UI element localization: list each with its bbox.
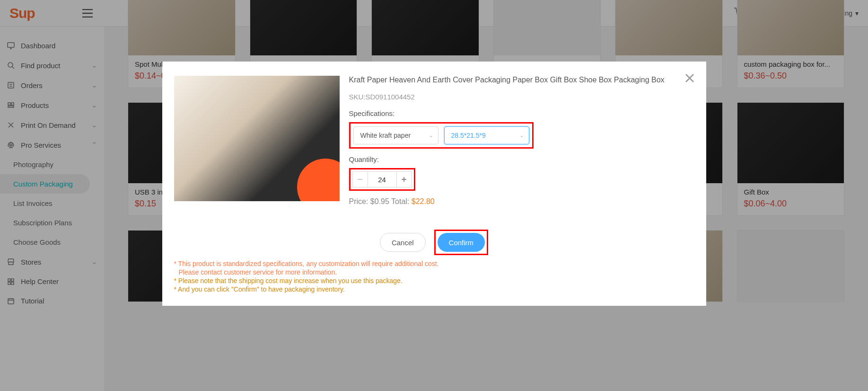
close-icon[interactable] (684, 73, 695, 83)
spec-selectors-highlight: White kraft paper ⌄ 28.5*21.5*9 ⌄ (349, 122, 534, 149)
spec-select-value: 28.5*21.5*9 (451, 132, 486, 139)
total-label: Total: (389, 197, 412, 205)
note-line: * Please note that the shipping cost may… (174, 277, 694, 284)
sku-value: SD0911004452 (366, 93, 415, 101)
product-image (174, 76, 340, 201)
product-modal: Kraft Paper Heaven And Earth Cover Packa… (162, 62, 706, 306)
chevron-down-icon: ⌄ (429, 132, 433, 139)
confirm-highlight: Confirm (434, 230, 489, 255)
svg-rect-13 (358, 179, 362, 180)
cancel-button[interactable]: Cancel (380, 233, 426, 252)
modal-body: Kraft Paper Heaven And Earth Cover Packa… (174, 76, 694, 206)
qty-label: Quantilty: (349, 155, 694, 163)
modal-info: Kraft Paper Heaven And Earth Cover Packa… (349, 76, 694, 206)
spec-select-value: White kraft paper (360, 132, 411, 139)
spec-select-material[interactable]: White kraft paper ⌄ (353, 126, 438, 144)
spec-select-size[interactable]: 28.5*21.5*9 ⌄ (444, 126, 529, 144)
modal-overlay: Kraft Paper Heaven And Earth Cover Packa… (0, 0, 868, 391)
product-sku: SKU:SD0911004452 (349, 93, 694, 101)
modal-actions: Cancel Confirm (174, 230, 694, 255)
price-label: Price: (349, 197, 370, 205)
qty-input[interactable] (368, 172, 396, 187)
sku-label: SKU: (349, 93, 366, 101)
note-line: * And you can click "Confirm" to have pa… (174, 285, 694, 293)
price-line: Price: $0.95 Total: $22.80 (349, 197, 694, 206)
spec-label: Specifications: (349, 109, 694, 117)
quantity-stepper (352, 171, 412, 187)
chevron-down-icon: ⌄ (519, 132, 524, 139)
qty-increase-button[interactable] (396, 172, 412, 187)
note-line: Please contact customer service for more… (174, 268, 694, 276)
qty-highlight (349, 168, 415, 191)
svg-rect-15 (402, 179, 406, 180)
modal-notes: * This product is standardized specifica… (174, 260, 694, 293)
confirm-button[interactable]: Confirm (438, 233, 485, 252)
price-each: $0.95 (370, 197, 389, 205)
note-line: * This product is standardized specifica… (174, 260, 694, 267)
qty-decrease-button[interactable] (353, 172, 368, 187)
total-value: $22.80 (412, 197, 435, 205)
product-title: Kraft Paper Heaven And Earth Cover Packa… (349, 76, 694, 84)
